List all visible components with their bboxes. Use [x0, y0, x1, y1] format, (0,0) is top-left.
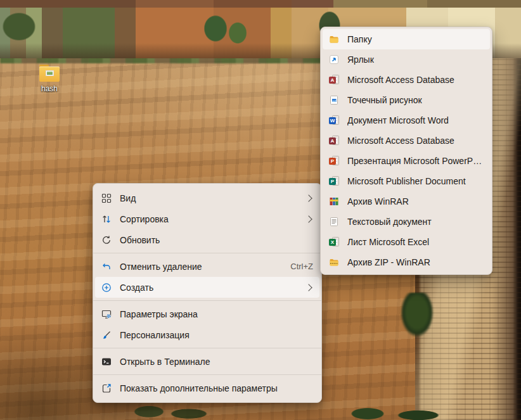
zip-archive-icon — [329, 257, 339, 267]
bitmap-file-icon — [329, 95, 339, 105]
submenu-item-access-database-2[interactable]: A Microsoft Access Database — [323, 130, 490, 151]
desktop-context-menu: Вид Сортировка Обновить Отм — [93, 183, 322, 403]
menu-item-label: Вид — [120, 193, 298, 203]
folder-icon — [329, 34, 339, 44]
file-glyph-tile: W — [329, 117, 336, 124]
chevron-right-icon — [305, 215, 312, 222]
grid-icon — [101, 193, 112, 203]
menu-item-view[interactable]: Вид — [95, 188, 319, 208]
undo-icon — [101, 262, 112, 272]
bottom-bushes — [330, 404, 456, 420]
refresh-icon — [101, 235, 112, 245]
menu-item-sort[interactable]: Сортировка — [95, 208, 319, 229]
menu-item-refresh[interactable]: Обновить — [95, 229, 319, 250]
menu-item-open-in-terminal[interactable]: Открыть в Терминале — [95, 351, 319, 372]
submenu-item-powerpoint-presentation[interactable]: P Презентация Microsoft PowerPoint — [323, 151, 490, 171]
word-file-icon: W — [329, 115, 339, 125]
folder-thumbnail — [46, 70, 54, 76]
cliff-bush — [401, 293, 434, 337]
menu-divider — [93, 374, 321, 375]
building-roofs — [0, 0, 521, 8]
submenu-item-excel-sheet[interactable]: X Лист Microsoft Excel — [323, 232, 490, 252]
access-legacy-file-icon: A — [329, 136, 339, 146]
menu-item-label: Открыть в Терминале — [120, 357, 313, 367]
file-glyph-tile: A — [329, 137, 336, 144]
submenu-item-zip-archive[interactable]: Архив ZIP - WinRAR — [323, 252, 490, 272]
sort-icon — [101, 214, 112, 224]
menu-divider — [93, 253, 321, 253]
menu-item-label: Обновить — [120, 235, 313, 245]
menu-item-label: Персонализация — [120, 330, 313, 340]
submenu-item-label: Презентация Microsoft PowerPoint — [347, 156, 484, 166]
personalization-brush-icon — [101, 330, 112, 340]
submenu-item-bitmap[interactable]: Точечный рисунок — [323, 90, 490, 110]
submenu-item-label: Папку — [347, 34, 484, 44]
file-glyph-tile: P — [329, 158, 336, 165]
submenu-item-label: Ярлык — [347, 54, 484, 65]
submenu-item-text-document[interactable]: Текстовый документ — [323, 212, 490, 232]
menu-divider — [93, 348, 321, 348]
submenu-item-label: Microsoft Publisher Document — [347, 176, 484, 186]
text-file-icon — [329, 217, 339, 227]
menu-item-undo-delete[interactable]: Отменить удаление Ctrl+Z — [95, 256, 319, 277]
file-glyph-tile: X — [329, 239, 336, 246]
submenu-item-label: Microsoft Access Database — [347, 136, 484, 146]
terminal-icon — [101, 357, 112, 367]
menu-item-label: Показать дополнительные параметры — [120, 383, 313, 393]
folder-icon — [39, 65, 60, 82]
submenu-item-label: Лист Microsoft Excel — [347, 237, 484, 247]
excel-file-icon: X — [329, 237, 339, 247]
display-settings-icon — [101, 309, 112, 319]
menu-item-label: Сортировка — [120, 214, 298, 224]
show-more-options-icon — [101, 383, 112, 393]
desktop-folder-label: hash — [33, 84, 66, 93]
submenu-item-label: Документ Microsoft Word — [347, 115, 484, 125]
chevron-right-icon — [305, 194, 312, 201]
shortcut-arrow-icon — [329, 54, 339, 65]
desktop-folder-hash[interactable]: hash — [33, 65, 66, 93]
submenu-item-folder[interactable]: Папку — [323, 29, 490, 49]
submenu-item-label: Архив ZIP - WinRAR — [347, 257, 484, 267]
menu-item-show-more-options[interactable]: Показать дополнительные параметры — [95, 378, 319, 398]
chevron-right-icon — [305, 284, 312, 291]
submenu-item-access-database[interactable]: A Microsoft Access Database — [323, 70, 490, 90]
submenu-item-word-document[interactable]: W Документ Microsoft Word — [323, 110, 490, 130]
menu-item-new[interactable]: Создать — [95, 277, 319, 298]
submenu-item-label: Архив WinRAR — [347, 196, 484, 207]
new-submenu: Папку Ярлык A Microsoft Access Database … — [320, 27, 492, 275]
menu-divider — [93, 300, 321, 301]
menu-item-display-settings[interactable]: Параметры экрана — [95, 303, 319, 324]
submenu-item-label: Microsoft Access Database — [347, 75, 484, 85]
submenu-item-label: Точечный рисунок — [347, 95, 484, 105]
publisher-file-icon: P — [329, 176, 339, 186]
plus-circle-icon — [101, 283, 112, 293]
powerpoint-file-icon: P — [329, 156, 339, 166]
submenu-item-shortcut[interactable]: Ярлык — [323, 49, 490, 70]
menu-item-label: Отменить удаление — [120, 262, 282, 272]
submenu-item-winrar-archive[interactable]: Архив WinRAR — [323, 191, 490, 212]
menu-item-label: Параметры экрана — [120, 309, 313, 319]
access-file-icon: A — [329, 75, 339, 85]
winrar-archive-icon — [329, 196, 339, 207]
file-glyph-tile: P — [329, 178, 336, 185]
shortcut-text: Ctrl+Z — [290, 262, 313, 271]
menu-item-personalize[interactable]: Персонализация — [95, 324, 319, 345]
file-glyph-tile: A — [329, 77, 336, 84]
submenu-item-label: Текстовый документ — [347, 217, 484, 227]
submenu-item-publisher-document[interactable]: P Microsoft Publisher Document — [323, 171, 490, 191]
menu-item-label: Создать — [120, 283, 298, 293]
